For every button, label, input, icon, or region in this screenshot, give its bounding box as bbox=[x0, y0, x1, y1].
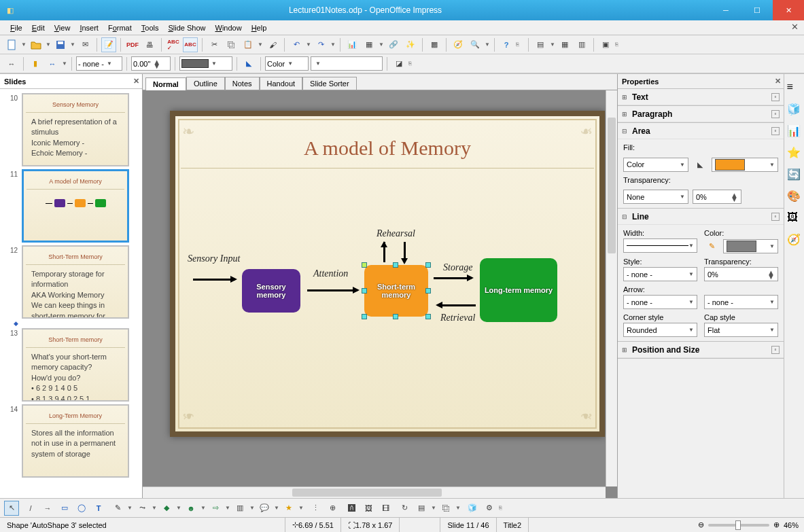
paste-button[interactable]: 📋 bbox=[241, 37, 256, 52]
autospell-button[interactable]: ABC bbox=[183, 37, 198, 52]
grid-button[interactable]: ▩ bbox=[427, 37, 442, 52]
email-button[interactable]: ✉ bbox=[77, 37, 92, 52]
highlight-button[interactable]: ▮ bbox=[28, 56, 43, 71]
presentation-button[interactable]: ▣ bbox=[598, 37, 613, 52]
minimize-button[interactable]: ─ bbox=[710, 0, 741, 20]
menu-file[interactable]: File bbox=[5, 22, 27, 33]
arrow-attention[interactable] bbox=[307, 289, 357, 291]
menu-format[interactable]: Format bbox=[103, 22, 137, 33]
section-paragraph[interactable]: ⊞Paragraph▫ bbox=[618, 106, 784, 123]
line-width-combo[interactable]: ▼ bbox=[623, 238, 697, 253]
slide-thumb-14[interactable]: 14 Long-Term MemoryStores all the inform… bbox=[0, 403, 142, 479]
redo-button[interactable]: ↷ bbox=[313, 37, 328, 52]
arrows-tool[interactable]: ⇨ bbox=[208, 501, 223, 516]
navigator-button[interactable]: 🧭 bbox=[451, 37, 466, 52]
slide-layout-button[interactable]: ▥ bbox=[574, 37, 589, 52]
save-button[interactable] bbox=[53, 37, 68, 52]
ellipse-tool[interactable]: ◯ bbox=[74, 501, 89, 516]
slide[interactable]: ❧ ❧ ❧ ❧ A model of Memory Sensory Input … bbox=[170, 111, 605, 437]
fontwork-tool[interactable]: 🅰 bbox=[344, 501, 359, 516]
fill-type-combo[interactable]: Color▼ bbox=[265, 56, 309, 71]
line-color-combo[interactable]: ▼ bbox=[723, 239, 778, 253]
arrow-tool[interactable]: → bbox=[40, 501, 55, 516]
fill-bucket-button[interactable]: ◣ bbox=[241, 56, 256, 71]
zoom-in-icon[interactable]: ⊕ bbox=[773, 520, 780, 529]
menu-slideshow[interactable]: Slide Show bbox=[163, 22, 210, 33]
export-pdf-button[interactable]: PDF bbox=[125, 37, 140, 52]
cap-style-combo[interactable]: Flat▼ bbox=[704, 323, 778, 337]
horizontal-scrollbar[interactable] bbox=[143, 486, 606, 498]
slide-thumb-13[interactable]: 13 Short-Term memoryWhat's your short-te… bbox=[0, 327, 142, 403]
zoom-slider[interactable] bbox=[708, 524, 769, 527]
tab-handout[interactable]: Handout bbox=[260, 77, 303, 90]
slide-thumb-11[interactable]: 11 A model of Memory bbox=[0, 168, 142, 244]
tab-slide-sorter[interactable]: Slide Sorter bbox=[302, 77, 356, 90]
glue-tool[interactable]: ⊕ bbox=[325, 501, 340, 516]
corner-style-combo[interactable]: Rounded▼ bbox=[623, 323, 697, 337]
print-button[interactable]: 🖶 bbox=[142, 37, 157, 52]
box-long-term[interactable]: Long-term memory bbox=[480, 258, 557, 322]
slide-thumb-10[interactable]: 10 Sensory MemoryA brief representation … bbox=[0, 92, 142, 168]
text-tool[interactable]: T bbox=[91, 501, 106, 516]
line-style-combo[interactable]: - none -▼ bbox=[623, 267, 697, 281]
label-attention[interactable]: Attention bbox=[313, 268, 348, 279]
select-tool[interactable]: ↖ bbox=[4, 501, 19, 516]
arrow-end-combo[interactable]: - none -▼ bbox=[704, 295, 778, 309]
gallery-tool[interactable]: 🎞 bbox=[378, 501, 393, 516]
chart-button[interactable]: 📊 bbox=[345, 37, 360, 52]
slide-title[interactable]: A model of Memory bbox=[181, 122, 594, 169]
points-tool[interactable]: ⋮ bbox=[308, 501, 323, 516]
tab-notes[interactable]: Notes bbox=[225, 77, 260, 90]
vertical-scrollbar[interactable] bbox=[606, 90, 617, 486]
menu-insert[interactable]: Insert bbox=[75, 22, 103, 33]
transparency-spinner[interactable]: 0%▲▼ bbox=[693, 190, 741, 204]
copy-button[interactable]: ⿻ bbox=[224, 37, 239, 52]
box-sensory[interactable]: Sensory memory bbox=[242, 269, 300, 313]
arrow-retrieval[interactable] bbox=[438, 304, 476, 306]
symbol-shapes-tool[interactable]: ☻ bbox=[183, 501, 198, 516]
rect-tool[interactable]: ▭ bbox=[57, 501, 72, 516]
maximize-button[interactable]: ☐ bbox=[741, 0, 773, 20]
slides-panel-close[interactable]: ✕ bbox=[133, 77, 139, 86]
hyperlink-button[interactable]: 🔗 bbox=[386, 37, 401, 52]
properties-close[interactable]: ✕ bbox=[775, 77, 781, 86]
curve-tool[interactable]: ✎ bbox=[110, 501, 125, 516]
from-file-tool[interactable]: 🖼 bbox=[361, 501, 376, 516]
animation-button[interactable]: ✨ bbox=[403, 37, 418, 52]
sidebar-menu-icon[interactable]: ≡ bbox=[787, 81, 802, 96]
tab-outline[interactable]: Outline bbox=[186, 77, 225, 90]
menu-window[interactable]: Window bbox=[211, 22, 247, 33]
label-storage[interactable]: Storage bbox=[443, 262, 473, 273]
line-arrow-button[interactable]: ↔ bbox=[45, 56, 60, 71]
shadow-button[interactable]: ◪ bbox=[391, 56, 406, 71]
fill-bucket-icon[interactable]: ◣ bbox=[693, 157, 707, 172]
arrow-start-combo[interactable]: - none -▼ bbox=[623, 295, 697, 309]
cut-button[interactable]: ✂ bbox=[207, 37, 222, 52]
label-sensory-input[interactable]: Sensory Input bbox=[188, 253, 240, 264]
arrow-storage[interactable] bbox=[434, 277, 472, 279]
undo-button[interactable]: ↶ bbox=[289, 37, 304, 52]
interaction-tool[interactable]: ⚙ bbox=[482, 501, 497, 516]
close-doc-button[interactable]: ✕ bbox=[791, 22, 799, 32]
pencil-icon[interactable]: ✎ bbox=[704, 238, 719, 253]
line-width-spinner[interactable]: 0.00"▲▼ bbox=[131, 56, 171, 71]
properties-deck-icon[interactable]: 🧊 bbox=[787, 103, 802, 118]
section-position-size[interactable]: ⊞Position and Size▫ bbox=[618, 342, 784, 359]
arrow-styles-button[interactable]: ↔ bbox=[4, 56, 19, 71]
callout-tool[interactable]: 💬 bbox=[257, 501, 272, 516]
menu-view[interactable]: View bbox=[50, 22, 75, 33]
edit-file-button[interactable]: 📝 bbox=[101, 37, 116, 52]
slide-canvas[interactable]: ❧ ❧ ❧ ❧ A model of Memory Sensory Input … bbox=[143, 90, 617, 498]
arrow-input[interactable] bbox=[193, 279, 235, 281]
transparency-type-combo[interactable]: None▼ bbox=[623, 190, 688, 204]
flowchart-tool[interactable]: ▥ bbox=[232, 501, 247, 516]
align-tool[interactable]: ▤ bbox=[414, 501, 429, 516]
slide-thumb-12[interactable]: 12 Short-Term MemoryTemporary storage fo… bbox=[0, 244, 142, 320]
connector-tool[interactable]: ⤳ bbox=[135, 501, 150, 516]
fill-type-combo[interactable]: Color▼ bbox=[623, 158, 688, 172]
tab-normal[interactable]: Normal bbox=[145, 77, 186, 90]
table-button[interactable]: ▦ bbox=[362, 37, 377, 52]
format-paintbrush-button[interactable]: 🖌 bbox=[265, 37, 280, 52]
slide-button[interactable]: ▤ bbox=[533, 37, 548, 52]
navigator-icon[interactable]: 🧭 bbox=[787, 233, 802, 248]
